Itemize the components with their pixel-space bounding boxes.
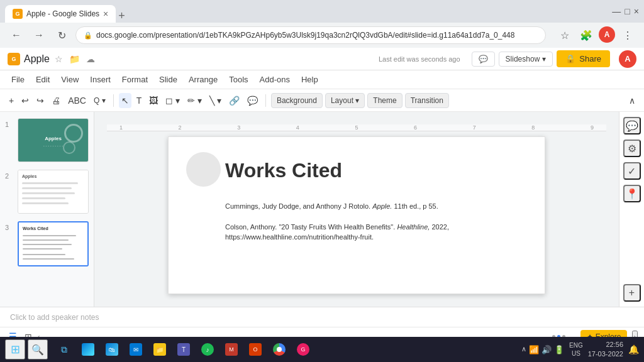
garuda-icon[interactable]: G bbox=[292, 338, 314, 361]
menu-arrange[interactable]: Arrange bbox=[184, 72, 223, 87]
menu-file[interactable]: File bbox=[6, 72, 30, 87]
extensions-icon[interactable]: 🧩 bbox=[577, 26, 595, 44]
start-button[interactable]: ⊞ bbox=[5, 339, 25, 359]
avatar[interactable]: A bbox=[619, 50, 636, 68]
right-sidebar: 💬 ⚙ ✓ 📍 + bbox=[619, 112, 644, 307]
image-tool[interactable]: 🖼 bbox=[147, 93, 160, 108]
profile-icon[interactable]: A bbox=[599, 26, 615, 43]
background-button[interactable]: Background bbox=[271, 93, 323, 108]
add-tool-button[interactable]: + bbox=[6, 93, 16, 108]
comment-sidebar-icon[interactable]: 💬 bbox=[623, 117, 641, 134]
menu-insert[interactable]: Insert bbox=[85, 72, 116, 87]
star-icon[interactable]: ☆ bbox=[55, 54, 63, 64]
slide-preview-2[interactable]: Apples bbox=[18, 170, 89, 214]
lang-indicator: ENGUS bbox=[569, 341, 583, 358]
ruler-mark: 3 bbox=[237, 124, 240, 131]
teams-icon[interactable]: T bbox=[172, 338, 195, 361]
refresh-button[interactable]: ↻ bbox=[53, 26, 70, 44]
menu-edit[interactable]: Edit bbox=[31, 72, 55, 87]
maximize-button[interactable]: □ bbox=[625, 6, 630, 16]
back-button[interactable]: ← bbox=[8, 26, 25, 44]
menu-tools[interactable]: Tools bbox=[224, 72, 253, 87]
menu-help[interactable]: Help bbox=[296, 72, 323, 87]
browser-tab-bar: G Apple - Google Slides × + — □ × bbox=[0, 0, 644, 23]
gear-sidebar-icon[interactable]: ⚙ bbox=[623, 140, 641, 157]
wifi-icon: 📶 bbox=[529, 345, 539, 354]
url-text: docs.google.com/presentation/d/1ebTKA9kP… bbox=[96, 31, 514, 40]
office-icon[interactable]: O bbox=[244, 338, 267, 361]
active-tab[interactable]: G Apple - Google Slides × bbox=[5, 5, 116, 23]
citation-1-text: Cummings, Judy Dodge, and Anthony J Roto… bbox=[225, 202, 438, 210]
slide-thumbnail-3[interactable]: 3 Works Cited bbox=[4, 220, 90, 268]
slideshow-dropdown-button[interactable]: Slideshow ▾ bbox=[499, 52, 553, 67]
chrome-icon[interactable] bbox=[268, 338, 291, 361]
menu-format[interactable]: Format bbox=[117, 72, 153, 87]
lock-icon: 🔒 bbox=[84, 31, 92, 40]
search-taskbar-button[interactable]: 🔍 bbox=[28, 339, 48, 359]
spotify-icon[interactable]: ♪ bbox=[196, 338, 219, 361]
citation-2[interactable]: Colson, Anthony. "20 Tasty Fruits With H… bbox=[225, 222, 513, 243]
share-button[interactable]: 🔒 Share bbox=[557, 50, 610, 67]
slide-preview-3[interactable]: Works Cited bbox=[18, 221, 89, 266]
speaker-notes[interactable]: Click to add speaker notes bbox=[0, 307, 644, 327]
layout-button[interactable]: Layout ▾ bbox=[325, 93, 365, 108]
menu-slide[interactable]: Slide bbox=[154, 72, 182, 87]
text-tool[interactable]: T bbox=[134, 93, 145, 108]
check-sidebar-icon[interactable]: ✓ bbox=[623, 162, 641, 180]
slide-num-2: 2 bbox=[5, 172, 14, 180]
citation-2-text: Colson, Anthony. "20 Tasty Fruits With H… bbox=[225, 223, 449, 241]
link-tool[interactable]: 🔗 bbox=[226, 93, 242, 108]
ruler-mark: 7 bbox=[473, 124, 476, 131]
transition-button[interactable]: Transition bbox=[405, 93, 449, 108]
notifications-button[interactable]: 🔔 bbox=[628, 344, 639, 354]
cloud-icon[interactable]: ☁ bbox=[86, 54, 95, 64]
plus-sidebar-icon[interactable]: + bbox=[623, 284, 641, 302]
menu-dots-icon[interactable]: ⋮ bbox=[619, 26, 636, 44]
slide-thumbnail-2[interactable]: 2 Apples bbox=[4, 168, 90, 215]
close-icon[interactable]: × bbox=[103, 9, 108, 19]
draw-tool[interactable]: ✏ ▾ bbox=[185, 93, 204, 108]
slide-editor: 1 2 3 4 5 6 7 8 9 Works Cited Cummings, … bbox=[94, 112, 619, 307]
collapse-toolbar-button[interactable]: ∧ bbox=[626, 93, 638, 108]
comment-tool[interactable]: 💬 bbox=[245, 93, 260, 108]
menu-addons[interactable]: Add-ons bbox=[255, 72, 295, 87]
undo-button[interactable]: ↩ bbox=[19, 93, 31, 108]
ruler-mark: 8 bbox=[531, 124, 535, 131]
slide-preview-1[interactable]: Apples - - - - - - - - - bbox=[18, 118, 89, 162]
app-title-bar: G Apple ☆ 📁 ☁ Last edit was seconds ago … bbox=[0, 48, 644, 70]
slide-canvas[interactable]: Works Cited Cummings, Judy Dodge, and An… bbox=[168, 136, 545, 294]
redo-button[interactable]: ↪ bbox=[34, 93, 47, 108]
slide-thumbnail-1[interactable]: 1 Apples - - - - - - - - - bbox=[4, 117, 90, 163]
share-label: Share bbox=[579, 54, 601, 63]
shapes-tool[interactable]: ◻ ▾ bbox=[163, 93, 182, 108]
close-button[interactable]: × bbox=[634, 6, 639, 16]
new-tab-button[interactable]: + bbox=[118, 9, 125, 23]
location-sidebar-icon[interactable]: 📍 bbox=[623, 185, 641, 202]
select-tool[interactable]: ↖ bbox=[119, 93, 131, 108]
mail-icon[interactable]: ✉ bbox=[125, 338, 147, 361]
minimize-button[interactable]: — bbox=[612, 6, 621, 16]
spell-check-button[interactable]: ABC bbox=[65, 93, 89, 108]
store-icon[interactable]: 🛍 bbox=[101, 338, 123, 361]
explorer-icon[interactable]: 📁 bbox=[148, 338, 171, 361]
address-bar[interactable]: 🔒 docs.google.com/presentation/d/1ebTKA9… bbox=[75, 26, 546, 44]
taskview-icon[interactable]: ⧉ bbox=[53, 338, 75, 361]
zoom-control[interactable]: Q ▾ bbox=[91, 94, 108, 107]
browser-nav-bar: ← → ↻ 🔒 docs.google.com/presentation/d/1… bbox=[0, 23, 644, 48]
slide-num-1: 1 bbox=[5, 121, 14, 128]
slide-content-area[interactable]: Works Cited Cummings, Judy Dodge, and An… bbox=[169, 137, 545, 272]
line-tool[interactable]: ╲ ▾ bbox=[207, 93, 224, 108]
comments-button[interactable]: 💬 bbox=[472, 52, 495, 67]
mcafee-icon[interactable]: M bbox=[220, 338, 243, 361]
menu-view[interactable]: View bbox=[56, 72, 84, 87]
forward-button[interactable]: → bbox=[30, 26, 48, 44]
main-area: 1 Apples - - - - - - - - - 2 Apples bbox=[0, 112, 644, 307]
citation-1[interactable]: Cummings, Judy Dodge, and Anthony J Roto… bbox=[225, 201, 513, 212]
hidden-icons[interactable]: ∧ bbox=[521, 345, 526, 354]
folder-icon[interactable]: 📁 bbox=[69, 54, 80, 64]
ruler-mark: 4 bbox=[296, 124, 299, 131]
edge-icon[interactable] bbox=[77, 338, 99, 361]
bookmark-icon[interactable]: ☆ bbox=[556, 26, 574, 44]
theme-button[interactable]: Theme bbox=[367, 93, 402, 108]
print-button[interactable]: 🖨 bbox=[49, 93, 63, 108]
